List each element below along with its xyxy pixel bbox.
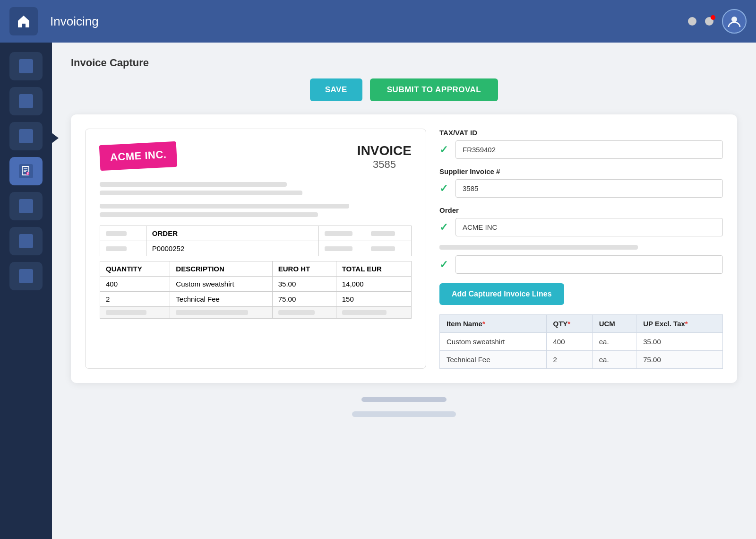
page-title: Invoice Capture <box>71 57 737 69</box>
item-qty-1: 400 <box>100 277 170 292</box>
placeholder-bar <box>439 245 638 250</box>
items-table-header: QUANTITY DESCRIPTION EURO HT TOTAL EUR <box>100 261 412 277</box>
sidebar-icon-6 <box>19 269 33 283</box>
sidebar-icon-document <box>19 164 33 178</box>
item-total-1: 14,000 <box>336 277 411 292</box>
order-table: ORDER P0000252 <box>100 226 412 256</box>
sidebar-icon-1 <box>19 94 33 108</box>
order-check-icon: ✓ <box>439 221 451 234</box>
user-avatar[interactable] <box>722 9 747 34</box>
sidebar-arrow <box>51 132 59 144</box>
lines-row-1: Custom sweatshirt 400 ea. 35.00 <box>440 333 723 351</box>
item-desc-2: Technical Fee <box>170 292 272 307</box>
tax-vat-check-icon: ✓ <box>439 144 451 156</box>
sidebar-icon-home <box>19 59 33 73</box>
invoice-number: 3585 <box>357 158 412 171</box>
scrollbar-thumb[interactable] <box>361 397 447 402</box>
tax-vat-input[interactable] <box>455 140 723 159</box>
order-group: Order ✓ <box>439 206 723 236</box>
order-label: Order <box>439 206 723 214</box>
sidebar-icon-5 <box>19 234 33 248</box>
placeholder-row <box>100 307 412 319</box>
topbar: Invoicing <box>0 0 756 43</box>
add-lines-wrapper: Add Captured Invoice Lines <box>439 283 723 314</box>
company-logo: ACME INC. <box>99 141 178 171</box>
layout: Invoice Capture SAVE SUBMIT TO APPROVAL … <box>0 43 756 539</box>
ph-line-1 <box>100 182 287 187</box>
required-star-3: * <box>685 320 688 328</box>
lines-table: Item Name* QTY* UCM UP Excl. Tax* Custom… <box>439 314 723 369</box>
status-dot <box>688 17 696 26</box>
invoice-title-block: INVOICE 3585 <box>357 143 412 171</box>
sidebar-icon-4 <box>19 199 33 213</box>
tax-vat-label: TAX/VAT ID <box>439 129 723 137</box>
sidebar-item-home[interactable] <box>9 52 43 80</box>
invoice-word: INVOICE <box>357 143 412 158</box>
lines-row-2: Technical Fee 2 ea. 75.00 <box>440 351 723 369</box>
app-title: Invoicing <box>50 14 680 29</box>
ph-line-4 <box>100 212 318 217</box>
lines-col-item-name: Item Name* <box>440 315 547 333</box>
main-content: Invoice Capture SAVE SUBMIT TO APPROVAL … <box>52 43 756 539</box>
lines-ucm-2: ea. <box>592 351 636 369</box>
order-row: ✓ <box>439 218 723 236</box>
lines-ucm-1: ea. <box>592 333 636 351</box>
lines-item-name-1: Custom sweatshirt <box>440 333 547 351</box>
sidebar-item-2[interactable] <box>9 122 43 150</box>
invoice-panel: ACME INC. INVOICE 3585 <box>85 129 426 369</box>
extra-field-row: ✓ <box>439 255 723 274</box>
lines-col-ucm: UCM <box>592 315 636 333</box>
lines-qty-1: 400 <box>546 333 592 351</box>
lines-col-up-excl-tax: UP Excl. Tax* <box>636 315 723 333</box>
tax-vat-group: TAX/VAT ID ✓ <box>439 129 723 159</box>
col-total-eur: TOTAL EUR <box>336 261 411 277</box>
home-button[interactable] <box>9 7 38 35</box>
supplier-invoice-group: Supplier Invoice # ✓ <box>439 167 723 198</box>
required-star-1: * <box>482 320 485 328</box>
sidebar-item-4[interactable] <box>9 192 43 220</box>
col-euro-ht: EURO HT <box>272 261 336 277</box>
sidebar-item-1[interactable] <box>9 87 43 115</box>
action-bar: SAVE SUBMIT TO APPROVAL <box>71 78 737 101</box>
item-qty-2: 2 <box>100 292 170 307</box>
order-input[interactable] <box>455 218 723 236</box>
topbar-icons <box>688 9 747 34</box>
notification-bell[interactable] <box>705 17 713 26</box>
item-total-2: 150 <box>336 292 411 307</box>
bottom-bar <box>71 411 737 417</box>
svg-point-0 <box>731 17 737 22</box>
detail-placeholder <box>100 204 412 217</box>
required-star-2: * <box>567 320 570 328</box>
extra-input[interactable] <box>455 255 723 274</box>
lines-col-qty: QTY* <box>546 315 592 333</box>
sidebar-icon-2 <box>19 129 33 143</box>
items-table: QUANTITY DESCRIPTION EURO HT TOTAL EUR 4… <box>100 261 412 319</box>
supplier-invoice-check-icon: ✓ <box>439 183 451 195</box>
tax-vat-row: ✓ <box>439 140 723 159</box>
sidebar-item-6[interactable] <box>9 262 43 290</box>
form-panel: TAX/VAT ID ✓ Supplier Invoice # ✓ <box>439 129 723 369</box>
sidebar-item-5[interactable] <box>9 227 43 255</box>
col-quantity: QUANTITY <box>100 261 170 277</box>
sidebar-item-document[interactable] <box>9 157 43 185</box>
submit-button[interactable]: SUBMIT TO APPROVAL <box>370 78 498 101</box>
order-number-row: P0000252 <box>100 241 412 256</box>
scrollbar-area <box>71 397 737 402</box>
lines-item-name-2: Technical Fee <box>440 351 547 369</box>
address-placeholder <box>100 182 412 195</box>
item-desc-1: Custom sweatshirt <box>170 277 272 292</box>
sidebar <box>0 43 52 539</box>
save-button[interactable]: SAVE <box>310 78 362 101</box>
ph-line-2 <box>100 191 302 195</box>
notification-badge <box>711 15 715 20</box>
lines-up-2: 75.00 <box>636 351 723 369</box>
item-euro-1: 35.00 <box>272 277 336 292</box>
add-lines-button[interactable]: Add Captured Invoice Lines <box>439 283 564 305</box>
lines-up-1: 35.00 <box>636 333 723 351</box>
supplier-invoice-input[interactable] <box>455 179 723 198</box>
ph-line-3 <box>100 204 349 209</box>
item-euro-2: 75.00 <box>272 292 336 307</box>
table-row: 2 Technical Fee 75.00 150 <box>100 292 412 307</box>
order-number: P0000252 <box>146 241 319 256</box>
invoice-header: ACME INC. INVOICE 3585 <box>100 143 412 171</box>
